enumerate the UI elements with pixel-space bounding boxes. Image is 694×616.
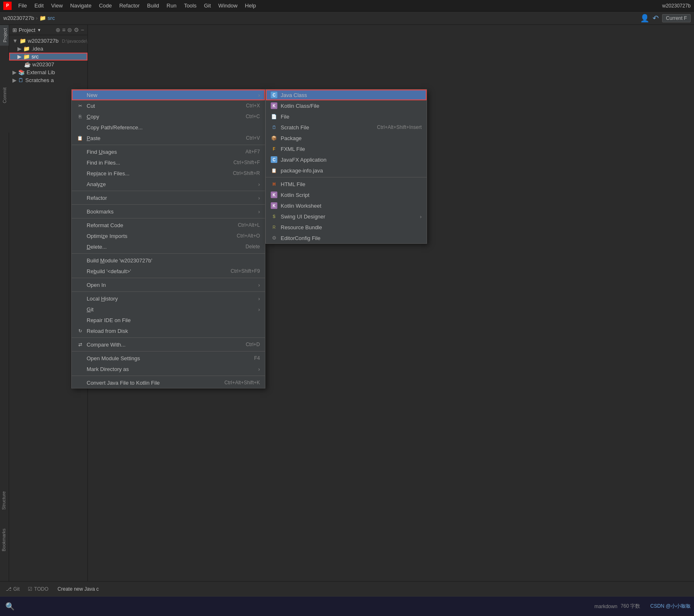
ctx-mark-dir[interactable]: Mark Directory as › xyxy=(72,364,265,374)
ctx-optimize[interactable]: Optimize Imports Ctrl+Alt+O xyxy=(72,230,265,241)
menu-code[interactable]: Code xyxy=(96,2,115,10)
ctx-open-in-arrow: › xyxy=(258,282,260,288)
commit-tab[interactable]: Commit xyxy=(2,87,7,103)
ctx-sep9 xyxy=(72,351,265,352)
project-icon: 📁 xyxy=(19,38,26,44)
markdown-label: markdown xyxy=(595,604,617,609)
git-tab[interactable]: ⎇ Git xyxy=(3,584,22,594)
menu-git[interactable]: Git xyxy=(201,2,214,10)
tree-w202307[interactable]: ☕ w202307 xyxy=(9,61,87,68)
locate-icon[interactable]: ⊕ xyxy=(56,27,61,33)
ctx-replace-files[interactable]: Replace in Files... Ctrl+Shift+R xyxy=(72,168,265,179)
settings-icon[interactable]: ⚙ xyxy=(74,27,79,33)
ctx-cut[interactable]: ✂ Cut Ctrl+X xyxy=(72,100,265,111)
collapse-icon[interactable]: ≡ xyxy=(62,27,66,33)
ctx-rebuild-shortcut: Ctrl+Shift+F9 xyxy=(231,268,260,274)
ctx-compare[interactable]: ⇄ Compare With... Ctrl+D xyxy=(72,339,265,350)
sub-kotlin-class-label: Kotlin Class/File xyxy=(281,103,422,109)
sub-package-info[interactable]: 📋 package-info.java xyxy=(266,165,427,176)
ctx-repair[interactable]: Repair IDE on File xyxy=(72,315,265,325)
menu-view[interactable]: View xyxy=(48,2,66,10)
menu-run[interactable]: Run xyxy=(163,2,180,10)
ctx-sep8 xyxy=(72,337,265,338)
ctx-bookmarks[interactable]: Bookmarks › xyxy=(72,206,265,217)
expand-icon[interactable]: ⊜ xyxy=(67,27,72,33)
sub-swing[interactable]: S Swing UI Designer › xyxy=(266,211,427,222)
taskbar-search[interactable]: 🔍 xyxy=(0,597,20,616)
ctx-analyze-label: Analyze xyxy=(87,181,253,187)
user-icon[interactable]: 👤 xyxy=(640,14,649,23)
project-tab[interactable]: Project xyxy=(0,25,9,46)
ctx-open-in[interactable]: Open In › xyxy=(72,279,265,290)
close-icon[interactable]: − xyxy=(81,27,84,33)
ctx-module-settings[interactable]: Open Module Settings F4 xyxy=(72,353,265,364)
todo-tab[interactable]: ☑ TODO xyxy=(25,584,51,594)
sub-package[interactable]: 📦 Package xyxy=(266,133,427,143)
ctx-git[interactable]: Git › xyxy=(72,304,265,315)
sub-java-class[interactable]: C Java Class xyxy=(266,90,427,100)
ctx-refactor[interactable]: Refactor › xyxy=(72,192,265,203)
sub-javafx[interactable]: C JavaFX Application xyxy=(266,154,427,165)
sub-swing-arrow: › xyxy=(420,213,422,220)
ctx-rebuild[interactable]: Rebuild '<default>' Ctrl+Shift+F9 xyxy=(72,266,265,276)
ctx-copy-path[interactable]: Copy Path/Reference... xyxy=(72,122,265,133)
structure-tab[interactable]: Structure xyxy=(0,488,7,513)
ctx-local-history[interactable]: Local History › xyxy=(72,293,265,304)
dropdown-icon[interactable]: ▼ xyxy=(37,28,41,32)
ctx-copy[interactable]: ⎘ Copy Ctrl+C xyxy=(72,111,265,122)
ctx-find-files[interactable]: Find in Files... Ctrl+Shift+F xyxy=(72,157,265,168)
menu-help[interactable]: Help xyxy=(242,2,260,10)
ctx-convert[interactable]: Convert Java File to Kotlin File Ctrl+Al… xyxy=(72,377,265,388)
bookmarks-tab[interactable]: Bookmarks xyxy=(0,525,7,555)
current-file-button[interactable]: Current F xyxy=(662,14,691,22)
menu-tools[interactable]: Tools xyxy=(181,2,200,10)
build-module-icon xyxy=(77,257,83,264)
tree-idea[interactable]: ▶ 📁 .idea xyxy=(9,45,87,53)
ctx-open-in-label: Open In xyxy=(87,282,253,288)
sub-file[interactable]: 📄 File xyxy=(266,111,427,122)
tree-external-lib[interactable]: ▶ 📚 External Lib xyxy=(9,68,87,76)
sub-scratch-label: Scratch File xyxy=(281,124,374,131)
sub-kotlin-class[interactable]: K Kotlin Class/File xyxy=(266,100,427,111)
ctx-reload[interactable]: ↻ Reload from Disk xyxy=(72,325,265,336)
breadcrumb-src[interactable]: 📁 src xyxy=(39,15,55,21)
sub-fxml[interactable]: F FXML File xyxy=(266,143,427,154)
ctx-new[interactable]: New › xyxy=(72,90,265,100)
menu-file[interactable]: File xyxy=(15,2,30,10)
ctx-delete[interactable]: Delete... Delete xyxy=(72,241,265,252)
menu-window[interactable]: Window xyxy=(215,2,241,10)
local-history-icon xyxy=(77,295,83,302)
ctx-analyze[interactable]: Analyze › xyxy=(72,179,265,189)
ctx-find-usages[interactable]: Find Usages Alt+F7 xyxy=(72,146,265,157)
back-icon[interactable]: ↶ xyxy=(653,14,659,23)
menu-edit[interactable]: Edit xyxy=(31,2,47,10)
ctx-bookmarks-arrow: › xyxy=(258,209,260,215)
menu-refactor[interactable]: Refactor xyxy=(116,2,143,10)
sub-editor-config[interactable]: ⚙ EditorConfig File xyxy=(266,233,427,243)
sub-scratch[interactable]: 🗒 Scratch File Ctrl+Alt+Shift+Insert xyxy=(266,122,427,133)
csdn-label: CSDN @小小呶呶 xyxy=(650,603,691,610)
ctx-new-arrow: › xyxy=(258,92,260,98)
menu-navigate[interactable]: Navigate xyxy=(67,2,95,10)
breadcrumb-sep1: › xyxy=(36,15,37,21)
cut-icon: ✂ xyxy=(77,102,83,109)
ctx-build-module[interactable]: Build Module 'w20230727b' xyxy=(72,255,265,266)
ctx-sep6 xyxy=(72,278,265,278)
ctx-paste[interactable]: 📋 Paste Ctrl+V xyxy=(72,133,265,143)
sub-resource[interactable]: R Resource Bundle xyxy=(266,222,427,233)
tree-scratches[interactable]: ▶ 🗒 Scratches a xyxy=(9,76,87,84)
tree-src[interactable]: ▶ 📁 src xyxy=(9,53,87,61)
sidebar-title: Project xyxy=(19,27,35,33)
menu-build[interactable]: Build xyxy=(144,2,163,10)
kotlin-worksheet-icon: K xyxy=(271,202,277,209)
copy-path-icon xyxy=(77,124,83,131)
module-settings-icon xyxy=(77,355,83,361)
ctx-refactor-arrow: › xyxy=(258,195,260,201)
java-class-icon: C xyxy=(271,92,277,98)
breadcrumb-project[interactable]: w20230727b xyxy=(3,15,34,21)
ctx-reformat[interactable]: Reformat Code Ctrl+Alt+L xyxy=(72,220,265,230)
sub-html[interactable]: H HTML File xyxy=(266,179,427,189)
sub-kotlin-script[interactable]: K Kotlin Script xyxy=(266,189,427,200)
sub-kotlin-worksheet[interactable]: K Kotlin Worksheet xyxy=(266,200,427,211)
tree-root[interactable]: ▼ 📁 w20230727b D:\javacode\java_code\w20… xyxy=(9,37,87,45)
